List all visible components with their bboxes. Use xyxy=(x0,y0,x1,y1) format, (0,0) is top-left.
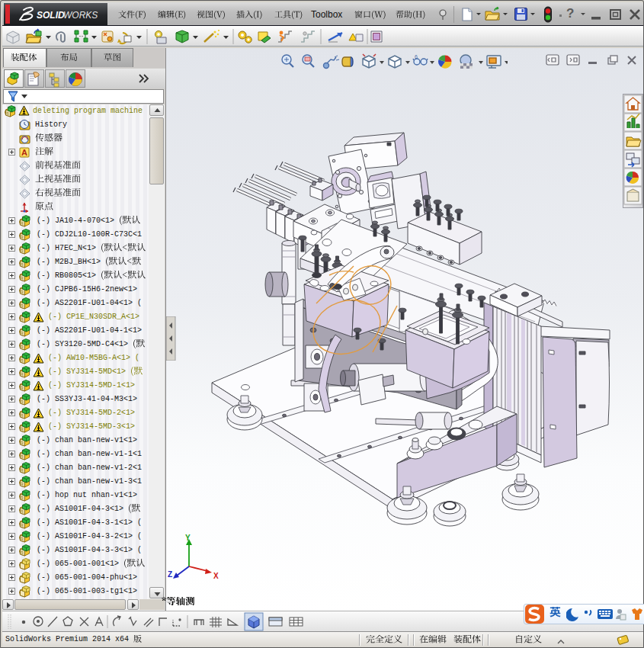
svg-text:Z: Z xyxy=(168,570,172,579)
svg-text:X: X xyxy=(213,572,219,580)
svg-text:SOLID: SOLID xyxy=(37,10,65,21)
svg-text:6: 6 xyxy=(415,54,418,59)
svg-text:WORKS: WORKS xyxy=(63,10,98,21)
svg-text:Y: Y xyxy=(185,534,191,542)
